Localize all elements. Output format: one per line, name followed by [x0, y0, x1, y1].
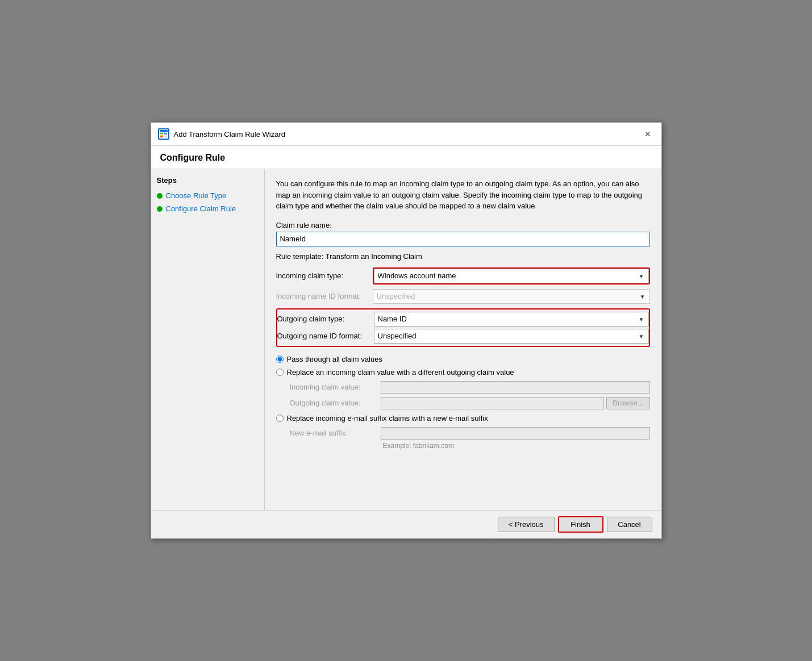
title-text: Add Transform Claim Rule Wizard [174, 130, 286, 139]
incoming-claim-type-select[interactable]: Windows account name [374, 269, 649, 283]
outgoing-name-id-format-select-wrapper: Unspecified ▼ [374, 329, 649, 344]
step2-dot [157, 206, 163, 212]
svg-rect-8 [164, 135, 167, 135]
example-text: Example: fabrikam.com [383, 442, 650, 450]
radio-group: Pass through all claim values Replace an… [276, 355, 650, 450]
email-suffix-sub-fields: New e-mail suffix: Example: fabrikam.com [290, 427, 650, 450]
outgoing-claim-value-label: Outgoing claim value: [290, 399, 381, 407]
svg-rect-2 [160, 130, 168, 132]
outgoing-fields-highlighted: Outgoing claim type: Name ID ▼ Outgoing … [276, 308, 650, 347]
incoming-claim-type-row: Incoming claim type: Windows account nam… [276, 267, 650, 285]
new-email-suffix-row: New e-mail suffix: [290, 427, 650, 440]
outgoing-name-id-format-row: Outgoing name ID format: Unspecified ▼ [277, 329, 649, 344]
outgoing-claim-type-label: Outgoing claim type: [277, 315, 374, 323]
incoming-claim-type-select-wrapper: Windows account name ▼ [374, 269, 649, 283]
claim-rule-name-label: Claim rule name: [276, 221, 650, 229]
title-bar-left: Add Transform Claim Rule Wizard [158, 128, 286, 140]
svg-rect-3 [160, 133, 163, 134]
footer: < Previous Finish Cancel [151, 510, 661, 538]
incoming-claim-value-input[interactable] [381, 381, 650, 394]
radio-label-replace-email: Replace incoming e-mail suffix claims wi… [287, 414, 488, 422]
incoming-name-id-format-select-wrapper: Unspecified ▼ [373, 289, 650, 304]
title-bar: Add Transform Claim Rule Wizard ✕ [151, 123, 661, 146]
radio-label-replace-value: Replace an incoming claim value with a d… [287, 368, 514, 376]
page-title: Configure Rule [160, 153, 652, 163]
finish-button[interactable]: Finish [558, 516, 603, 533]
incoming-claim-type-label: Incoming claim type: [276, 271, 373, 280]
radio-replace-value[interactable] [276, 369, 284, 376]
sidebar-item-label-1: Choose Rule Type [166, 191, 227, 200]
new-email-suffix-input[interactable] [381, 427, 650, 440]
svg-rect-4 [160, 135, 163, 136]
radio-item-replace-email[interactable]: Replace incoming e-mail suffix claims wi… [276, 414, 650, 422]
svg-rect-9 [164, 136, 167, 136]
claim-rule-name-group: Claim rule name: [276, 221, 650, 246]
sidebar-item-configure-rule[interactable]: Configure Claim Rule [157, 203, 259, 214]
radio-item-pass-through[interactable]: Pass through all claim values [276, 355, 650, 363]
svg-rect-7 [164, 133, 167, 134]
incoming-name-id-format-select[interactable]: Unspecified [373, 289, 650, 304]
wizard-icon [158, 128, 169, 140]
outgoing-claim-type-select-wrapper: Name ID ▼ [374, 312, 649, 327]
sidebar-item-choose-rule[interactable]: Choose Rule Type [157, 190, 259, 201]
claim-rule-name-input[interactable] [276, 232, 650, 246]
radio-pass-through[interactable] [276, 355, 284, 363]
outgoing-claim-value-input[interactable] [381, 397, 605, 409]
rule-template-text: Rule template: Transform an Incoming Cla… [276, 252, 650, 261]
description-text: You can configure this rule to map an in… [276, 178, 650, 212]
outgoing-name-id-format-select[interactable]: Unspecified [374, 329, 649, 344]
sidebar-item-label-2: Configure Claim Rule [166, 204, 236, 213]
radio-item-replace-value[interactable]: Replace an incoming claim value with a d… [276, 368, 650, 376]
sidebar: Steps Choose Rule Type Configure Claim R… [151, 169, 265, 510]
main-window: Add Transform Claim Rule Wizard ✕ Config… [151, 122, 662, 539]
cancel-button[interactable]: Cancel [607, 517, 652, 532]
incoming-claim-value-label: Incoming claim value: [290, 383, 381, 391]
main-content-panel: You can configure this rule to map an in… [265, 169, 661, 510]
sidebar-title: Steps [157, 176, 259, 185]
content-area: Steps Choose Rule Type Configure Claim R… [151, 169, 661, 510]
browse-button[interactable]: Browse... [606, 397, 649, 409]
close-button[interactable]: ✕ [641, 127, 655, 141]
incoming-name-id-format-label: Incoming name ID format: [276, 292, 373, 300]
step1-dot [157, 193, 163, 199]
new-email-suffix-label: New e-mail suffix: [290, 429, 381, 437]
radio-replace-email[interactable] [276, 415, 284, 422]
incoming-name-id-format-row: Incoming name ID format: Unspecified ▼ [276, 289, 650, 304]
outgoing-claim-value-row: Outgoing claim value: Browse... [290, 397, 650, 409]
radio-label-pass-through: Pass through all claim values [287, 355, 382, 363]
page-header: Configure Rule [151, 146, 661, 169]
outgoing-claim-type-select[interactable]: Name ID [374, 312, 649, 327]
previous-button[interactable]: < Previous [498, 517, 555, 532]
outgoing-claim-type-row: Outgoing claim type: Name ID ▼ [277, 312, 649, 327]
svg-rect-5 [160, 136, 163, 137]
replace-value-sub-fields: Incoming claim value: Outgoing claim val… [290, 381, 650, 409]
outgoing-name-id-format-label: Outgoing name ID format: [277, 332, 374, 340]
incoming-claim-value-row: Incoming claim value: [290, 381, 650, 394]
